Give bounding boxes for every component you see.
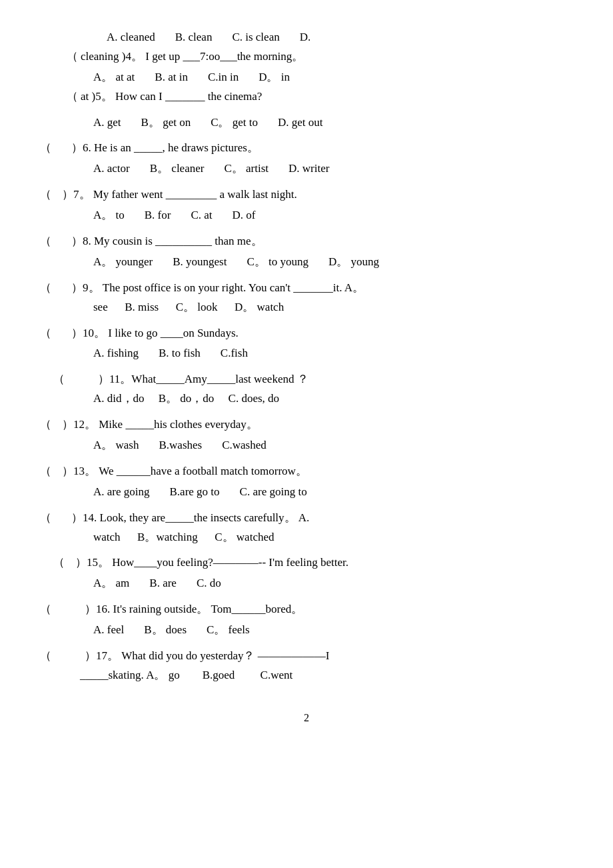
paren: （ — [53, 370, 65, 389]
question-text: ）15。 How____you feeling?————-- I'm feeli… — [75, 553, 348, 573]
question-11: （ ）11。What_____Amy_____last weekend ？ A.… — [40, 370, 573, 409]
option-text: C. do — [197, 574, 221, 593]
option-text: C。 get to — [211, 113, 258, 133]
option-text: B. clean — [175, 28, 213, 47]
option-text: C. are going to — [240, 483, 307, 502]
option-text: C. is clean — [232, 28, 279, 47]
option-text: A. get — [93, 113, 121, 133]
question-10: （ ）10。 I like to go ____on Sundays. A. f… — [40, 324, 573, 364]
option-text: D。 in — [259, 68, 290, 87]
question-text: cleaning )4。 I get up ___7:oo___the morn… — [81, 47, 303, 67]
paren: （ — [40, 139, 51, 158]
paren: （ — [40, 232, 51, 251]
question-14: （ ）14. Look, they are_____the insects ca… — [40, 509, 573, 547]
question-text: ）13。 We ______have a football match tomo… — [62, 462, 307, 481]
option-text: A. are going — [93, 483, 150, 502]
option-text: C。 feels — [207, 621, 250, 640]
option-text: B。 get on — [141, 113, 191, 133]
option-text: B.washes — [159, 436, 202, 455]
option-text: A. feel — [93, 621, 124, 640]
option-text: A。 younger — [93, 253, 153, 272]
paren: （ — [40, 324, 51, 343]
question-17: （ ）17。 What did you do yesterday？ ——————… — [40, 647, 573, 685]
option-text: B。 cleaner — [150, 159, 205, 179]
question-text: ）12。 Mike _____his clothes everyday。 — [62, 415, 258, 435]
page-number: 2 — [40, 712, 573, 724]
question-text: _____skating. A。 go B.goed C.went — [80, 666, 293, 685]
question-text: ）11。What_____Amy_____last weekend ？ — [98, 370, 308, 389]
paren: （ — [40, 185, 51, 205]
exam-page: A. cleaned B. clean C. is clean D. （ cle… — [40, 28, 573, 724]
question-13: （ ）13。 We ______have a football match to… — [40, 462, 573, 502]
question-16: （ ）16. It's raining outside。 Tom______bo… — [40, 600, 573, 640]
paren: （ — [40, 509, 51, 528]
option-text: D. get out — [278, 113, 323, 133]
option-text: see B. miss C。 look D。 watch — [93, 298, 284, 317]
question-8: （ ）8. My cousin is __________ than me。 A… — [40, 232, 573, 272]
option-text: C。 artist — [224, 159, 269, 179]
option-text: C.fish — [221, 344, 248, 363]
question-text: ）14. Look, they are_____the insects care… — [71, 509, 309, 528]
question-text: at )5。 How can I _______ the cinema? — [81, 87, 262, 107]
question-text: ）8. My cousin is __________ than me。 — [71, 232, 263, 251]
question-4-top: A. cleaned B. clean C. is clean D. （ cle… — [40, 28, 573, 107]
option-text: A. fishing — [93, 344, 139, 363]
question-text: ）7。 My father went _________ a walk last… — [62, 185, 297, 205]
question-9: （ ）9。 The post office is on your right. … — [40, 279, 573, 317]
option-text: A. did，do B。 do，do C. does, do — [93, 389, 279, 409]
paren: （ — [53, 553, 65, 573]
option-text: A。 wash — [93, 436, 139, 455]
paren: （ — [67, 87, 78, 107]
option-text: B. at in — [155, 68, 188, 87]
paren: （ — [40, 647, 51, 666]
question-12: （ ）12。 Mike _____his clothes everyday。 A… — [40, 415, 573, 455]
option-text: A. cleaned — [107, 28, 155, 47]
option-text: A. actor — [93, 159, 130, 179]
option-text: B. are — [149, 574, 177, 593]
page-number-text: 2 — [304, 712, 309, 723]
option-text: A。 at at — [93, 68, 135, 87]
question-text: ）9。 The post office is on your right. Yo… — [71, 279, 364, 298]
option-text: B. youngest — [173, 253, 227, 272]
paren: （ — [40, 462, 51, 481]
option-text: B. to fish — [159, 344, 201, 363]
paren: （ — [40, 600, 51, 619]
question-text: ）10。 I like to go ____on Sundays. — [71, 324, 239, 343]
question-6: （ ）6. He is an _____, he draws pictures。… — [40, 139, 573, 179]
paren: （ — [40, 279, 51, 298]
question-text: ）17。 What did you do yesterday？ ——————I — [85, 647, 329, 666]
option-text: C. at — [191, 206, 212, 225]
option-text: A。 am — [93, 574, 129, 593]
option-text: D. of — [233, 206, 256, 225]
option-text: C.in in — [208, 68, 239, 87]
question-5: A. get B。 get on C。 get to D. get out — [40, 113, 573, 133]
option-text: C.washed — [222, 436, 267, 455]
paren: （ — [40, 415, 51, 435]
option-text: B. for — [145, 206, 171, 225]
option-text: D。 young — [328, 253, 379, 272]
option-text: B.are go to — [170, 483, 220, 502]
option-text: watch B。watching C。 watched — [93, 528, 274, 547]
option-text: A。 to — [93, 206, 125, 225]
option-text: D. writer — [289, 159, 329, 179]
question-text: ）6. He is an _____, he draws pictures。 — [71, 139, 259, 158]
option-text: D. — [300, 28, 311, 47]
question-text: ）16. It's raining outside。 Tom______bore… — [85, 600, 303, 619]
option-text: C。 to young — [247, 253, 308, 272]
option-text: B。 does — [144, 621, 187, 640]
question-15: （ ）15。 How____you feeling?————-- I'm fee… — [40, 553, 573, 593]
paren: （ — [67, 47, 78, 67]
question-7: （ ）7。 My father went _________ a walk la… — [40, 185, 573, 225]
